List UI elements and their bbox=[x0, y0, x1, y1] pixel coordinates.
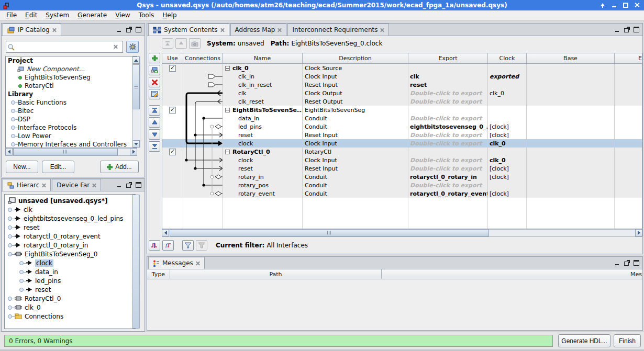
tree-item-new-component[interactable]: New Component... bbox=[6, 65, 137, 73]
table-row[interactable]: reset Reset Input Double-click to export… bbox=[162, 131, 642, 139]
generate-hdl-button[interactable]: Generate HDL... bbox=[558, 334, 610, 347]
panel-minimize-icon[interactable] bbox=[615, 27, 620, 32]
new-button[interactable]: New... bbox=[6, 161, 38, 173]
menu-edit[interactable]: Edit bbox=[21, 11, 41, 19]
close-tab-icon[interactable] bbox=[52, 28, 57, 32]
expanded-node-icon[interactable] bbox=[8, 252, 12, 256]
tab-address-map[interactable]: Address Map bbox=[230, 24, 287, 36]
column-connections[interactable]: Connections bbox=[183, 53, 223, 63]
collapsed-node-icon[interactable] bbox=[11, 109, 15, 113]
close-tab-icon[interactable] bbox=[277, 28, 282, 32]
tree-item-interface[interactable]: reset bbox=[5, 223, 135, 232]
panel-minimize-icon[interactable] bbox=[117, 27, 123, 32]
tab-device-family[interactable]: Device Far bbox=[52, 179, 101, 191]
collapsed-node-icon[interactable] bbox=[11, 142, 15, 146]
column-path[interactable]: Path bbox=[170, 269, 382, 279]
tree-item-library[interactable]: Interface Protocols bbox=[6, 123, 137, 132]
panel-minimize-icon[interactable] bbox=[117, 182, 123, 188]
column-end[interactable]: E bbox=[615, 53, 642, 63]
column-name[interactable]: Name bbox=[223, 53, 303, 63]
tree-item-library[interactable]: Low Power bbox=[6, 132, 137, 140]
catalog-vertical-scrollbar[interactable] bbox=[132, 56, 140, 148]
panel-maximize-icon[interactable] bbox=[136, 27, 141, 32]
tree-item-module[interactable]: EightBitsToSevenSeg_0 bbox=[5, 250, 135, 258]
tree-item-interface[interactable]: reset bbox=[5, 285, 135, 294]
tree-item-library[interactable]: Memory Interfaces and Controllers bbox=[6, 140, 137, 148]
close-window-icon[interactable] bbox=[634, 2, 640, 8]
table-row[interactable]: clk_in_reset Reset Input reset bbox=[162, 81, 642, 89]
tab-messages[interactable]: Messages bbox=[148, 257, 205, 269]
tree-root[interactable]: unsaved [unsaved.qsys*] bbox=[5, 196, 135, 205]
contents-horizontal-scrollbar[interactable] bbox=[162, 229, 642, 237]
collapsed-node-icon[interactable] bbox=[8, 243, 12, 247]
clear-search-icon[interactable] bbox=[114, 44, 118, 49]
tab-interconnect-requirements[interactable]: Interconnect Requirements bbox=[287, 24, 389, 36]
panel-maximize-icon[interactable] bbox=[136, 182, 141, 188]
tab-ip-catalog[interactable]: IP Catalog bbox=[3, 24, 61, 36]
table-row[interactable]: rotary_in Conduit rotaryctl_0_rotary_in … bbox=[162, 173, 642, 181]
table-row[interactable]: EightBitsToSevenSe... EightBitsToSevenSe… bbox=[162, 106, 642, 114]
move-to-bottom-button[interactable] bbox=[149, 141, 160, 152]
collapsed-node-icon[interactable] bbox=[11, 100, 15, 105]
menu-tools[interactable]: Tools bbox=[135, 11, 159, 19]
table-row[interactable]: reset Reset Input Double-click to export… bbox=[162, 164, 642, 173]
table-row[interactable]: rotary_event Conduit rotaryctl_0_rotary_… bbox=[162, 189, 642, 198]
table-row[interactable]: clk_0 Clock Source bbox=[162, 64, 642, 72]
menu-view[interactable]: View bbox=[111, 11, 134, 19]
maximize-window-icon[interactable] bbox=[623, 2, 629, 8]
hierarchy-vertical-scrollbar[interactable] bbox=[132, 195, 140, 329]
edit-component-button[interactable] bbox=[149, 89, 160, 99]
column-type[interactable]: Type bbox=[147, 269, 170, 279]
tree-item-library[interactable]: DSP bbox=[6, 115, 137, 123]
tree-item-component[interactable]: RotaryCtl bbox=[6, 82, 137, 90]
move-up-button[interactable] bbox=[149, 117, 160, 128]
clear-filter-button[interactable] bbox=[196, 240, 207, 251]
tree-item-module[interactable]: clk_0 bbox=[5, 303, 135, 312]
menu-system[interactable]: System bbox=[41, 11, 73, 19]
table-row[interactable]: clk_reset Reset Output Double-click to e… bbox=[162, 97, 642, 106]
panel-minimize-icon[interactable] bbox=[615, 260, 620, 266]
tree-item-clock-selected[interactable]: clock bbox=[5, 258, 135, 267]
table-row[interactable]: data_in Conduit Double-click to export bbox=[162, 114, 642, 122]
tree-item-module[interactable]: RotaryCtl_0 bbox=[5, 294, 135, 303]
move-to-top-button[interactable] bbox=[149, 105, 160, 116]
collapsed-node-icon[interactable] bbox=[19, 270, 24, 274]
move-top-button[interactable] bbox=[162, 38, 173, 49]
collapsed-node-icon[interactable] bbox=[19, 279, 24, 283]
show-signals-button[interactable] bbox=[149, 240, 160, 251]
tree-item-interface[interactable]: data_in bbox=[5, 267, 135, 276]
collapsed-node-icon[interactable] bbox=[8, 217, 12, 221]
tree-item-library[interactable]: Basic Functions bbox=[6, 98, 137, 107]
tab-system-contents[interactable]: System Contents bbox=[148, 24, 229, 36]
column-description[interactable]: Description bbox=[303, 53, 408, 63]
collapsed-node-icon[interactable] bbox=[8, 208, 12, 212]
tree-item-interface[interactable]: rotaryctl_0_rotary_event bbox=[5, 232, 135, 241]
panel-float-icon[interactable] bbox=[624, 260, 630, 266]
minimize-window-icon[interactable] bbox=[611, 2, 617, 8]
collapsed-node-icon[interactable] bbox=[11, 126, 15, 130]
collapsed-node-icon[interactable] bbox=[8, 305, 12, 310]
tree-item-library[interactable]: Bitec bbox=[6, 107, 137, 115]
table-row[interactable]: clk_in Clock Input clk exported bbox=[162, 72, 642, 81]
table-row[interactable]: clock Clock Input Double-click to export… bbox=[162, 156, 642, 164]
close-tab-icon[interactable] bbox=[380, 28, 384, 32]
panel-float-icon[interactable] bbox=[624, 27, 630, 32]
filter-button[interactable] bbox=[182, 240, 194, 251]
collapsed-node-icon[interactable] bbox=[11, 134, 15, 138]
finish-button[interactable]: Finish bbox=[614, 334, 641, 347]
tree-item-interface[interactable]: led_pins bbox=[5, 276, 135, 285]
menu-file[interactable]: File bbox=[2, 11, 21, 19]
collapsed-node-icon[interactable] bbox=[11, 117, 15, 121]
table-row[interactable]: clk Clock Output Double-click to export … bbox=[162, 89, 642, 97]
remove-button[interactable] bbox=[149, 77, 160, 87]
panel-float-icon[interactable] bbox=[126, 182, 132, 188]
new-component-button[interactable] bbox=[149, 65, 160, 75]
panel-maximize-icon[interactable] bbox=[634, 260, 639, 266]
menu-generate[interactable]: Generate bbox=[73, 11, 111, 19]
tree-item-connections[interactable]: Connections bbox=[5, 312, 135, 321]
close-tab-icon[interactable] bbox=[92, 183, 96, 187]
tree-item-interface[interactable]: eightbitstosevenseg_0_led_pins bbox=[5, 214, 135, 223]
column-base[interactable]: Base bbox=[527, 53, 615, 63]
catalog-horizontal-scrollbar[interactable] bbox=[5, 148, 137, 156]
table-row-selected[interactable]: clock Clock Input Double-click to export… bbox=[162, 139, 642, 148]
